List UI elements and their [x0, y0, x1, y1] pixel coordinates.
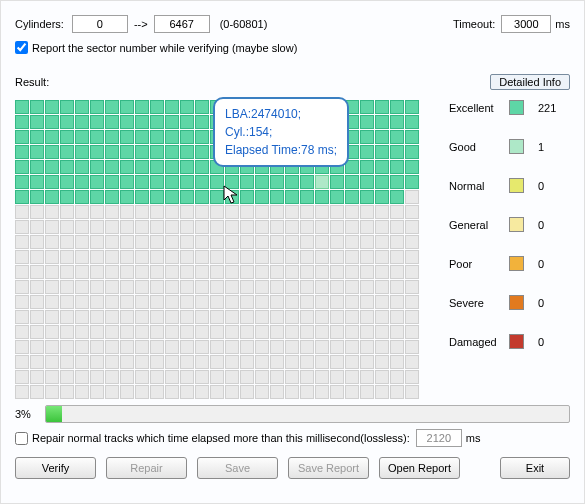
sector-cell: [45, 280, 59, 294]
sector-cell: [390, 100, 404, 114]
result-header: Result: Detailed Info: [1, 68, 584, 96]
save-button: Save: [197, 457, 278, 479]
sector-cell: [360, 295, 374, 309]
legend-name: Excellent: [449, 102, 509, 114]
repair-checkbox[interactable]: [15, 432, 28, 445]
sector-cell: [180, 190, 194, 204]
sector-cell: [75, 325, 89, 339]
sector-cell: [360, 355, 374, 369]
legend-row: Damaged0: [449, 334, 570, 349]
sector-cell: [165, 280, 179, 294]
sector-tooltip: LBA:2474010; Cyl.:154; Elapsed Time:78 m…: [213, 97, 349, 167]
sector-cell: [15, 385, 29, 399]
sector-cell: [210, 340, 224, 354]
sector-cell: [60, 220, 74, 234]
sector-cell: [315, 220, 329, 234]
sector-cell: [240, 385, 254, 399]
sector-cell: [90, 190, 104, 204]
sector-cell: [270, 310, 284, 324]
legend-name: General: [449, 219, 509, 231]
sector-cell: [315, 295, 329, 309]
sector-cell: [360, 175, 374, 189]
sector-cell: [180, 100, 194, 114]
sector-cell: [105, 385, 119, 399]
sector-cell: [315, 355, 329, 369]
sector-cell: [30, 235, 44, 249]
sector-cell: [135, 325, 149, 339]
sector-cell: [45, 265, 59, 279]
sector-cell: [135, 100, 149, 114]
sector-cell: [405, 340, 419, 354]
sector-cell: [375, 160, 389, 174]
sector-cell: [390, 340, 404, 354]
sector-cell: [15, 115, 29, 129]
sector-cell: [300, 295, 314, 309]
sector-cell: [90, 130, 104, 144]
sector-cell: [45, 220, 59, 234]
sector-cell: [225, 370, 239, 384]
sector-cell: [60, 160, 74, 174]
detailed-info-button[interactable]: Detailed Info: [490, 74, 570, 90]
sector-cell: [255, 325, 269, 339]
sector-cell: [150, 160, 164, 174]
sector-cell: [15, 190, 29, 204]
sector-cell: [120, 100, 134, 114]
sector-cell: [60, 355, 74, 369]
sector-cell: [180, 295, 194, 309]
sector-cell: [330, 310, 344, 324]
sector-cell: [255, 190, 269, 204]
sector-cell: [180, 205, 194, 219]
report-checkbox[interactable]: [15, 41, 28, 54]
progress-row: 3%: [1, 399, 584, 429]
sector-cell: [150, 310, 164, 324]
sector-cell: [165, 265, 179, 279]
sector-cell: [165, 160, 179, 174]
sector-cell: [45, 355, 59, 369]
sector-cell: [30, 295, 44, 309]
sector-cell: [120, 280, 134, 294]
sector-cell: [105, 175, 119, 189]
sector-cell: [180, 250, 194, 264]
sector-cell: [240, 235, 254, 249]
repair-button: Repair: [106, 457, 187, 479]
sector-cell: [30, 145, 44, 159]
sector-cell: [180, 340, 194, 354]
legend-count: 1: [538, 141, 544, 153]
sector-cell: [165, 295, 179, 309]
cyl-to-input[interactable]: [154, 15, 210, 33]
sector-cell: [15, 310, 29, 324]
sector-cell: [30, 130, 44, 144]
sector-cell: [225, 310, 239, 324]
sector-cell: [195, 160, 209, 174]
sector-cell: [150, 370, 164, 384]
exit-button[interactable]: Exit: [500, 457, 570, 479]
sector-cell: [30, 265, 44, 279]
sector-cell: [60, 280, 74, 294]
cyl-from-input[interactable]: [72, 15, 128, 33]
sector-cell: [300, 205, 314, 219]
sector-cell: [240, 205, 254, 219]
sector-cell: [30, 370, 44, 384]
sector-cell: [60, 190, 74, 204]
timeout-input[interactable]: [501, 15, 551, 33]
sector-cell: [15, 370, 29, 384]
sector-cell: [150, 190, 164, 204]
sector-cell: [165, 325, 179, 339]
sector-cell: [30, 190, 44, 204]
sector-cell: [255, 295, 269, 309]
sector-cell: [315, 205, 329, 219]
sector-cell: [255, 310, 269, 324]
sector-cell: [30, 310, 44, 324]
sector-cell: [240, 340, 254, 354]
sector-cell: [60, 145, 74, 159]
sector-cell: [105, 235, 119, 249]
sector-cell: [345, 310, 359, 324]
open-report-button[interactable]: Open Report: [379, 457, 460, 479]
sector-cell: [360, 145, 374, 159]
sector-cell: [285, 220, 299, 234]
sector-cell: [105, 310, 119, 324]
sector-cell: [225, 220, 239, 234]
verify-button[interactable]: Verify: [15, 457, 96, 479]
sector-cell: [150, 205, 164, 219]
sector-cell: [285, 295, 299, 309]
